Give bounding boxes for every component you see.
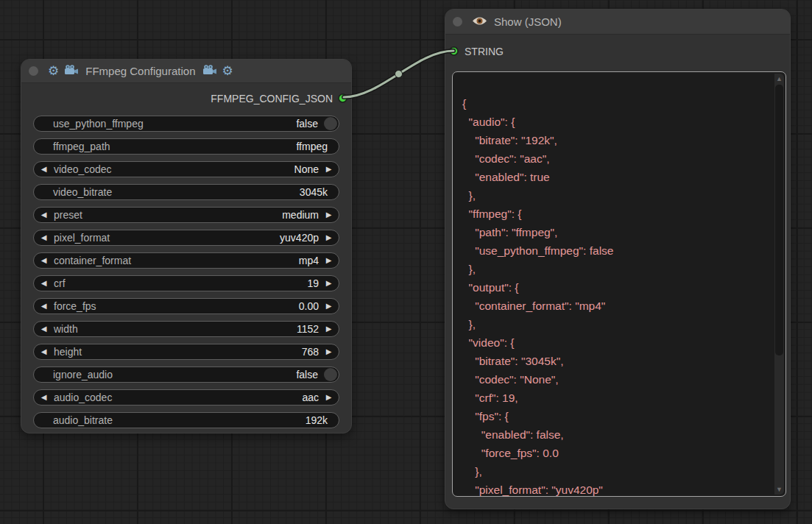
increment-arrow-icon[interactable]: ▶ xyxy=(319,394,339,401)
widget-value: ffmpeg xyxy=(296,141,339,152)
increment-arrow-icon[interactable]: ▶ xyxy=(319,234,339,241)
widget-audio_bitrate[interactable]: audio_bitrate192k xyxy=(33,412,339,428)
widget-value: 19 xyxy=(307,277,319,289)
decrement-arrow-icon[interactable]: ◀ xyxy=(34,325,54,333)
widget-audio_codec[interactable]: ◀audio_codecaac▶ xyxy=(33,389,339,406)
scrollbar[interactable]: ▲ ▼ xyxy=(774,74,784,495)
widget-value: false xyxy=(296,369,318,380)
decrement-arrow-icon[interactable]: ◀ xyxy=(34,302,54,310)
widget-label: video_bitrate xyxy=(53,186,112,198)
widget-label: video_codec xyxy=(54,163,112,175)
widget-pixel_format[interactable]: ◀pixel_formatyuv420p▶ xyxy=(33,230,339,246)
movie-camera-icon xyxy=(202,65,217,77)
graph-canvas[interactable]: ⚙ FFmpeg Configuration xyxy=(0,0,812,524)
widget-ignore_audio[interactable]: ignore_audiofalse xyxy=(33,367,339,383)
widget-value: 3045k xyxy=(300,186,339,198)
node-ffmpeg-configuration[interactable]: ⚙ FFmpeg Configuration xyxy=(21,59,352,433)
widget-label: width xyxy=(54,323,78,335)
collapse-dot[interactable] xyxy=(29,66,38,76)
widget-value: medium xyxy=(282,209,319,221)
widget-width[interactable]: ◀width1152▶ xyxy=(33,321,339,337)
input-slot-row: STRING xyxy=(445,35,790,68)
increment-arrow-icon[interactable]: ▶ xyxy=(319,211,339,219)
widget-label: use_python_ffmpeg xyxy=(53,118,144,130)
increment-arrow-icon[interactable]: ▶ xyxy=(319,280,339,287)
link-wire[interactable] xyxy=(344,51,453,97)
input-port-string[interactable] xyxy=(450,47,458,55)
widget-list: use_python_ffmpegfalseffmpeg_pathffmpeg◀… xyxy=(21,113,351,428)
decrement-arrow-icon[interactable]: ◀ xyxy=(34,234,54,241)
widget-label: container_format xyxy=(54,255,131,266)
increment-arrow-icon[interactable]: ▶ xyxy=(319,257,339,264)
decrement-arrow-icon[interactable]: ◀ xyxy=(34,280,54,287)
output-port-ffmpeg-config-json[interactable] xyxy=(339,94,347,102)
movie-camera-icon xyxy=(64,65,79,77)
toggle-knob[interactable] xyxy=(324,368,337,381)
decrement-arrow-icon[interactable]: ◀ xyxy=(34,257,54,264)
widget-label: force_fps xyxy=(54,300,96,312)
widget-use_python_ffmpeg[interactable]: use_python_ffmpegfalse xyxy=(33,116,339,132)
widget-label: audio_bitrate xyxy=(53,414,113,426)
widget-label: height xyxy=(54,346,82,358)
widget-label: crf xyxy=(54,277,66,289)
json-text: { "audio": { "bitrate": "192k", "codec":… xyxy=(453,72,785,497)
scrollbar-down-icon[interactable]: ▼ xyxy=(774,484,784,495)
widget-container_format[interactable]: ◀container_formatmp4▶ xyxy=(33,252,339,269)
node-title: Show (JSON) xyxy=(493,15,563,28)
widget-preset[interactable]: ◀presetmedium▶ xyxy=(33,207,339,223)
gear-icon: ⚙ xyxy=(48,65,59,77)
widget-value: 192k xyxy=(306,414,339,426)
link-wire-outline xyxy=(344,51,453,97)
scrollbar-thumb[interactable] xyxy=(775,85,783,355)
output-slot-label: FFMPEG_CONFIG_JSON xyxy=(211,93,333,105)
widget-label: preset xyxy=(54,209,82,221)
node-title-bar[interactable]: Show (JSON) xyxy=(445,10,790,35)
decrement-arrow-icon[interactable]: ◀ xyxy=(34,394,54,401)
toggle-knob[interactable] xyxy=(324,117,337,130)
widget-crf[interactable]: ◀crf19▶ xyxy=(33,275,339,291)
widget-value: false xyxy=(296,118,318,130)
widget-height[interactable]: ◀height768▶ xyxy=(33,344,339,360)
scrollbar-up-icon[interactable]: ▲ xyxy=(774,74,784,84)
widget-force_fps[interactable]: ◀force_fps0.00▶ xyxy=(33,298,339,314)
node-title-bar[interactable]: ⚙ FFmpeg Configuration xyxy=(21,60,351,83)
widget-value: mp4 xyxy=(299,255,319,266)
eye-icon xyxy=(472,15,487,28)
increment-arrow-icon[interactable]: ▶ xyxy=(319,348,339,355)
widget-video_bitrate[interactable]: video_bitrate3045k xyxy=(33,184,339,200)
widget-value: None xyxy=(294,163,319,175)
decrement-arrow-icon[interactable]: ◀ xyxy=(34,348,54,355)
json-display-area[interactable]: { "audio": { "bitrate": "192k", "codec":… xyxy=(452,71,786,497)
widget-value: 768 xyxy=(302,346,319,358)
widget-label: ffmpeg_path xyxy=(53,141,110,152)
widget-video_codec[interactable]: ◀video_codecNone▶ xyxy=(33,161,339,177)
widget-value: yuv420p xyxy=(280,232,319,244)
gear-icon: ⚙ xyxy=(222,65,233,77)
increment-arrow-icon[interactable]: ▶ xyxy=(319,325,339,333)
decrement-arrow-icon[interactable]: ◀ xyxy=(34,166,54,173)
widget-ffmpeg_path[interactable]: ffmpeg_pathffmpeg xyxy=(33,138,339,155)
widget-value: aac xyxy=(302,392,319,403)
input-slot-label: STRING xyxy=(465,46,504,57)
widget-value: 1152 xyxy=(297,323,319,335)
widget-label: pixel_format xyxy=(54,232,110,244)
increment-arrow-icon[interactable]: ▶ xyxy=(319,302,339,310)
widget-label: audio_codec xyxy=(54,392,112,403)
collapse-dot[interactable] xyxy=(453,17,462,26)
widget-label: ignore_audio xyxy=(53,369,113,380)
increment-arrow-icon[interactable]: ▶ xyxy=(319,166,339,173)
decrement-arrow-icon[interactable]: ◀ xyxy=(34,211,54,219)
link-midpoint-dot[interactable] xyxy=(395,71,403,78)
widget-value: 0.00 xyxy=(299,300,319,312)
output-slot-row: FFMPEG_CONFIG_JSON xyxy=(21,83,351,113)
node-show-json[interactable]: Show (JSON) STRING { "audio": { "bitrate… xyxy=(445,9,791,509)
node-title: FFmpeg Configuration xyxy=(84,65,197,77)
